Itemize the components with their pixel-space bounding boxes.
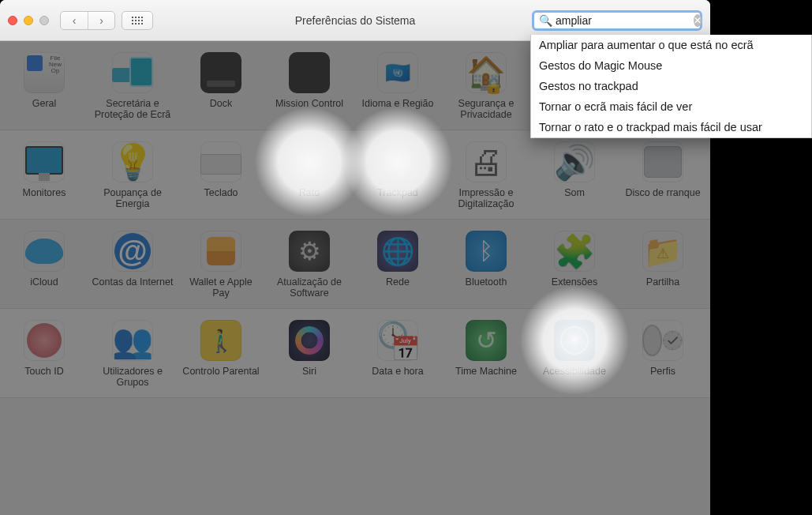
update-icon — [289, 231, 330, 272]
pref-security[interactable]: Segurança e Privacidade — [442, 52, 530, 122]
pref-datetime[interactable]: Data e hora — [354, 320, 442, 389]
pref-keyboard[interactable]: Teclado — [177, 141, 265, 211]
mission-icon — [289, 52, 330, 93]
pref-siri[interactable]: Siri — [265, 320, 354, 389]
pref-label: Teclado — [204, 187, 238, 211]
pref-label: Siri — [302, 366, 316, 389]
pref-label: Trackpad — [377, 187, 418, 211]
pref-accessibility[interactable]: Acessibilidade — [530, 320, 619, 389]
datetime-icon — [377, 320, 418, 361]
network-icon — [377, 231, 418, 272]
pref-touchid[interactable]: Touch ID — [0, 320, 88, 389]
pref-dock[interactable]: Dock — [177, 52, 265, 122]
search-suggestion-item[interactable]: Ampliar para aumentar o que está no ecrã — [531, 35, 811, 55]
pref-startup[interactable]: Disco de rranque — [619, 141, 707, 211]
pref-label: Poupança de Energia — [92, 187, 174, 211]
grid-icon — [132, 17, 143, 24]
pref-label: Bluetooth — [466, 276, 507, 300]
search-suggestion-item[interactable]: Gestos do Magic Mouse — [531, 55, 811, 76]
pref-label: iCloud — [30, 276, 58, 300]
pref-label: Touch ID — [24, 366, 63, 389]
desktop-icon — [112, 52, 153, 93]
users-icon — [112, 320, 153, 361]
zoom-window-button[interactable] — [39, 16, 49, 25]
pref-label: Time Machine — [455, 366, 517, 389]
siri-icon — [289, 320, 330, 361]
sound-icon — [554, 141, 595, 182]
pref-label: Rato — [299, 187, 320, 211]
mouse-icon — [289, 141, 330, 182]
show-all-button[interactable] — [122, 11, 153, 30]
pref-mouse[interactable]: Rato — [265, 141, 354, 211]
pref-label: Data e hora — [372, 366, 423, 389]
touchid-icon — [24, 320, 65, 361]
pref-desktop[interactable]: Secretária e Proteção de Ecrã — [88, 52, 177, 122]
pref-printers[interactable]: Impressão e Digitalização — [442, 141, 530, 211]
search-input[interactable] — [556, 14, 694, 27]
pref-label: Impressão e Digitalização — [445, 187, 527, 211]
minimize-window-button[interactable] — [24, 16, 33, 25]
pref-sharing[interactable]: Partilha — [619, 231, 707, 300]
pref-label: Rede — [386, 276, 410, 300]
preferences-row: Touch IDUtilizadores e GruposControlo Pa… — [0, 309, 710, 398]
energy-icon — [112, 141, 153, 182]
pref-label: Secretária e Proteção de Ecrã — [92, 98, 174, 122]
pref-icloud[interactable]: iCloud — [0, 231, 88, 300]
keyboard-icon — [200, 141, 241, 182]
pref-label: Atualização de Software — [268, 276, 350, 300]
search-suggestions-dropdown: Ampliar para aumentar o que está no ecrã… — [530, 35, 812, 138]
security-icon — [466, 52, 507, 93]
pref-extensions[interactable]: Extensões — [530, 231, 619, 300]
printers-icon — [466, 141, 507, 182]
pref-trackpad[interactable]: Trackpad — [354, 141, 442, 211]
bluetooth-icon — [466, 231, 507, 272]
timemachine-icon — [466, 320, 507, 361]
pref-label: Monitores — [23, 187, 66, 211]
pref-label: Idioma e Região — [361, 98, 433, 122]
accessibility-icon — [554, 320, 595, 361]
pref-accounts[interactable]: Contas da Internet — [88, 231, 177, 300]
wallet-icon — [200, 231, 241, 272]
pref-network[interactable]: Rede — [354, 231, 442, 300]
startup-icon — [642, 141, 683, 182]
pref-sound[interactable]: Som — [530, 141, 619, 211]
pref-energy[interactable]: Poupança de Energia — [88, 141, 177, 211]
pref-label: Utilizadores e Grupos — [92, 366, 174, 389]
pref-profiles[interactable]: Perfis — [619, 320, 707, 389]
accounts-icon — [112, 231, 153, 272]
pref-users[interactable]: Utilizadores e Grupos — [88, 320, 177, 389]
pref-label: Disco de rranque — [625, 187, 700, 211]
pref-timemachine[interactable]: Time Machine — [442, 320, 530, 389]
search-suggestion-item[interactable]: Gestos no trackpad — [531, 76, 811, 96]
pref-bluetooth[interactable]: Bluetooth — [442, 231, 530, 300]
parental-icon — [200, 320, 241, 361]
back-button[interactable]: ‹ — [61, 12, 88, 29]
pref-label: Contas da Internet — [92, 276, 174, 300]
pref-label: Geral — [32, 98, 57, 122]
pref-wallet[interactable]: Wallet e Apple Pay — [177, 231, 265, 300]
pref-general[interactable]: Geral — [0, 52, 88, 122]
pref-update[interactable]: Atualização de Software — [265, 231, 354, 300]
search-suggestion-item[interactable]: Tornar o ecrã mais fácil de ver — [531, 96, 811, 117]
preferences-row: MonitoresPoupança de EnergiaTecladoRatoT… — [0, 130, 710, 220]
pref-label: Dock — [210, 98, 232, 122]
preferences-row: iCloudContas da InternetWallet e Apple P… — [0, 220, 710, 309]
search-field-container: 🔍 ✕ — [532, 10, 702, 31]
pref-label: Segurança e Privacidade — [445, 98, 527, 122]
pref-label: Partilha — [646, 276, 679, 300]
close-window-button[interactable] — [8, 16, 17, 25]
pref-displays[interactable]: Monitores — [0, 141, 88, 211]
pref-lang[interactable]: Idioma e Região — [354, 52, 442, 122]
pref-parental[interactable]: Controlo Parental — [177, 320, 265, 389]
clear-search-button[interactable]: ✕ — [694, 14, 702, 27]
lang-icon — [377, 52, 418, 93]
pref-label: Acessibilidade — [543, 366, 606, 389]
search-suggestion-item[interactable]: Tornar o rato e o trackpad mais fácil de… — [531, 117, 811, 137]
pref-mission[interactable]: Mission Control — [265, 52, 354, 122]
sharing-icon — [642, 231, 683, 272]
pref-label: Mission Control — [275, 98, 343, 122]
forward-button[interactable]: › — [88, 12, 114, 29]
profiles-icon — [642, 320, 683, 361]
pref-label: Extensões — [552, 276, 597, 300]
extensions-icon — [554, 231, 595, 272]
